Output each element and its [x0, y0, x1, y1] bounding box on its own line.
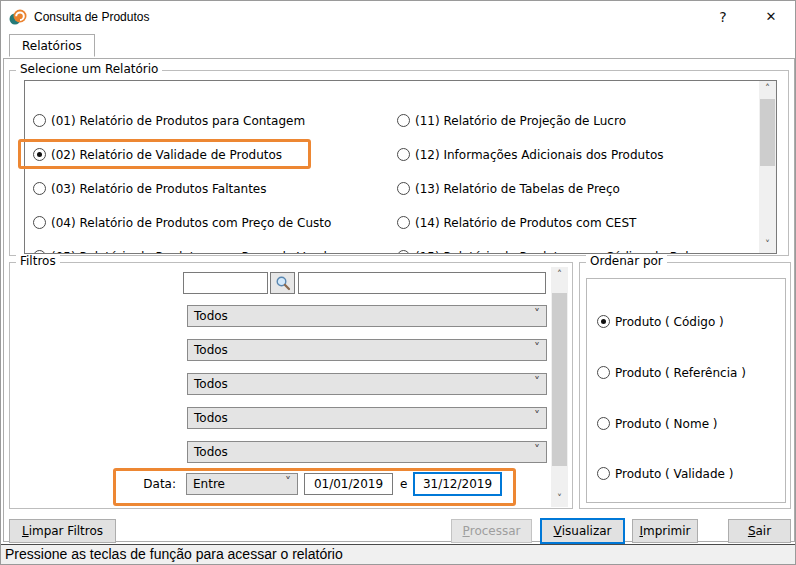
order-item-nome[interactable]: Produto ( Nome ) [597, 415, 718, 432]
tab-relatorios[interactable]: Relatórios [9, 34, 95, 57]
order-item-label: Produto ( Código ) [615, 315, 724, 329]
status-bar: Pressione as teclas de função para acess… [1, 544, 796, 565]
departamento-select[interactable]: Todos ˅ [187, 407, 547, 429]
report-item-14[interactable]: (14) Relatório de Produtos com CEST [397, 214, 636, 231]
report-item-label: (02) Relatório de Validade de Produtos [51, 148, 282, 162]
select-value: Todos [194, 309, 228, 323]
radio-button[interactable] [397, 182, 410, 195]
scroll-down-icon[interactable]: ˅ [551, 491, 568, 507]
date-end-input[interactable] [413, 472, 502, 496]
select-value: Entre [193, 477, 225, 491]
report-item-11[interactable]: (11) Relatório de Projeção de Lucro [397, 112, 626, 129]
order-by-panel: Produto ( Código ) Produto ( Referência … [586, 278, 786, 503]
localizacao-code-input[interactable] [183, 272, 268, 294]
select-value: Todos [194, 343, 228, 357]
date-start-input[interactable] [304, 473, 393, 495]
limpar-filtros-button[interactable]: Limpar Filtros [9, 519, 116, 543]
scroll-down-icon[interactable]: ˅ [759, 237, 776, 253]
chevron-down-icon: ˅ [285, 475, 291, 489]
chevron-down-icon: ˅ [534, 375, 540, 389]
processar-button[interactable]: Processar [451, 519, 532, 543]
report-item-label: (11) Relatório de Projeção de Lucro [415, 114, 626, 128]
grupo-select[interactable]: Todos ˅ [187, 373, 547, 395]
order-by-group: Ordenar por Produto ( Código ) Produto (… [579, 262, 791, 509]
report-item-label: (05) Relatório de Produtos com Preço de … [51, 250, 334, 255]
visualizar-button[interactable]: Visualizar [540, 518, 625, 544]
report-item-label: (03) Relatório de Produtos Faltantes [51, 182, 266, 196]
report-item-03[interactable]: (03) Relatório de Produtos Faltantes [33, 180, 266, 197]
imprimir-button[interactable]: Imprimir [632, 519, 698, 543]
titlebar: Consulta de Produtos ? ✕ [1, 1, 795, 33]
radio-button[interactable] [397, 250, 410, 254]
chevron-down-icon: ˅ [534, 307, 540, 321]
report-item-12[interactable]: (12) Informações Adicionais dos Produtos [397, 146, 663, 163]
chevron-down-icon: ˅ [534, 409, 540, 423]
subgrupo-select[interactable]: Todos ˅ [187, 339, 547, 361]
data-label: Data: [26, 477, 176, 491]
radio-button[interactable] [33, 216, 46, 229]
report-item-02[interactable]: (02) Relatório de Validade de Produtos [33, 146, 282, 163]
report-listbox: (01) Relatório de Produtos para Contagem… [24, 80, 777, 254]
scrollbar-thumb[interactable] [552, 293, 567, 466]
report-item-05[interactable]: (05) Relatório de Produtos com Preço de … [33, 248, 334, 254]
radio-button[interactable] [597, 417, 610, 430]
radio-button[interactable] [33, 114, 46, 127]
consulta-de-produtos-dialog: Consulta de Produtos ? ✕ Relatórios Sele… [0, 0, 796, 565]
filters-legend: Filtros [16, 254, 60, 268]
order-by-legend: Ordenar por [586, 254, 667, 268]
chevron-down-icon: ˅ [534, 341, 540, 355]
report-group-legend: Selecione um Relatório [16, 62, 162, 76]
app-logo-icon [9, 8, 27, 26]
report-item-01[interactable]: (01) Relatório de Produtos para Contagem [33, 112, 305, 129]
report-item-label: (04) Relatório de Produtos com Preço de … [51, 216, 331, 230]
radio-button[interactable] [397, 216, 410, 229]
search-icon [275, 275, 291, 291]
status-message: Pressione as teclas de função para acess… [5, 546, 343, 562]
order-item-validade[interactable]: Produto ( Validade ) [597, 465, 733, 482]
report-item-04[interactable]: (04) Relatório de Produtos com Preço de … [33, 214, 331, 231]
radio-button[interactable] [397, 114, 410, 127]
select-value: Todos [194, 411, 228, 425]
report-item-label: (12) Informações Adicionais dos Produtos [415, 148, 663, 162]
scrollbar-thumb[interactable] [760, 99, 775, 166]
radio-button[interactable] [397, 148, 410, 161]
report-item-label: (14) Relatório de Produtos com CEST [415, 216, 636, 230]
report-item-label: (01) Relatório de Produtos para Contagem [51, 114, 305, 128]
localizacao-desc-input[interactable] [298, 272, 546, 294]
marca-select[interactable]: Todos ˅ [187, 305, 547, 327]
select-value: Todos [194, 445, 228, 459]
close-icon[interactable]: ✕ [751, 1, 791, 33]
order-item-label: Produto ( Nome ) [615, 417, 718, 431]
status-select[interactable]: Todos ˅ [187, 441, 547, 463]
report-item-label: (13) Relatório de Tabelas de Preço [415, 182, 620, 196]
search-button[interactable] [270, 272, 295, 294]
select-value: Todos [194, 377, 228, 391]
order-item-label: Produto ( Validade ) [615, 467, 733, 481]
date-conjunction-label: e [400, 477, 407, 491]
scroll-up-icon[interactable]: ˄ [759, 81, 776, 97]
radio-button[interactable] [33, 182, 46, 195]
help-button[interactable]: ? [703, 1, 743, 33]
radio-button[interactable] [33, 148, 46, 161]
radio-button[interactable] [597, 315, 610, 328]
scroll-up-icon[interactable]: ˄ [551, 267, 568, 283]
report-item-13[interactable]: (13) Relatório de Tabelas de Preço [397, 180, 620, 197]
sair-button[interactable]: Sair [728, 519, 791, 543]
data-mode-select[interactable]: Entre ˅ [186, 473, 298, 495]
window-title: Consulta de Produtos [34, 1, 149, 33]
order-item-codigo[interactable]: Produto ( Código ) [597, 313, 724, 330]
report-selection-group: Selecione um Relatório (01) Relatório de… [9, 70, 789, 256]
order-item-referencia[interactable]: Produto ( Referência ) [597, 364, 746, 381]
radio-button[interactable] [597, 467, 610, 480]
filters-scrollbar[interactable]: ˄ ˅ [551, 267, 568, 507]
radio-button[interactable] [597, 366, 610, 379]
chevron-down-icon: ˅ [534, 443, 540, 457]
order-item-label: Produto ( Referência ) [615, 366, 746, 380]
report-list-scrollbar[interactable]: ˄ ˅ [759, 81, 776, 253]
